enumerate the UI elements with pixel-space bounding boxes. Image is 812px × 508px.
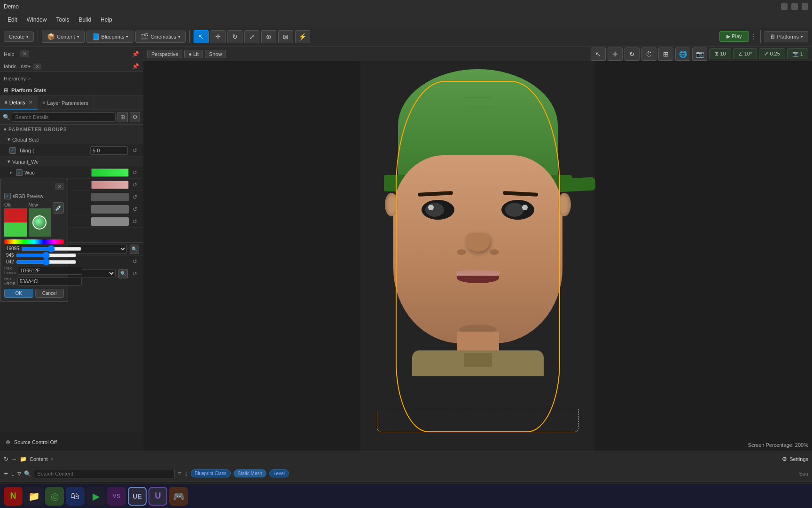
camera-vp-btn[interactable]: 📷	[692, 48, 707, 61]
platforms-button[interactable]: 🖥 Platforms ▾	[765, 31, 808, 42]
filter-blueprint-class[interactable]: Blueprint Class	[191, 469, 231, 477]
param-groups-header[interactable]: ▾ PARAMETER GROUPS	[0, 125, 143, 135]
filter-level[interactable]: Level	[269, 469, 289, 477]
transform2-tool-btn[interactable]: ⊠	[278, 30, 293, 43]
color-swatch-gray1[interactable]	[91, 193, 129, 201]
rotate-tool-btn[interactable]: ↻	[227, 30, 242, 43]
cb-filter-btn[interactable]: ▿	[17, 469, 21, 478]
global-scal-header[interactable]: ▾ Global Scal	[0, 135, 143, 144]
files-taskbar-icon[interactable]: 📁	[24, 487, 43, 506]
cb-sort-icon[interactable]: ↕	[185, 470, 188, 477]
cp-hex-linear-input[interactable]	[18, 267, 82, 275]
play-button[interactable]: ▶ Play	[719, 31, 749, 42]
menu-tools[interactable]: Tools	[52, 15, 73, 24]
realtime-vp-btn[interactable]: ⏱	[641, 48, 656, 61]
cp-hue-bar[interactable]	[4, 239, 64, 244]
game-taskbar-icon[interactable]: 🎮	[169, 487, 188, 506]
world-vp-btn[interactable]: 🌐	[675, 48, 690, 61]
cb-forward-btn[interactable]: →	[11, 456, 17, 462]
maximize-btn[interactable]	[791, 3, 798, 10]
nvidia-taskbar-icon[interactable]: N	[4, 487, 23, 506]
cb-back-btn[interactable]: ↻	[4, 456, 8, 462]
grid-vp-btn[interactable]: ⊞	[658, 48, 673, 61]
menu-window[interactable]: Window	[23, 15, 51, 24]
ue2-taskbar-icon[interactable]: U	[148, 487, 167, 506]
material-slot-2-reset-btn[interactable]: ↺	[131, 270, 139, 278]
tab-layer-parameters[interactable]: ≡ Layer Parameters	[38, 96, 93, 110]
store-taskbar-icon[interactable]: 🛍	[66, 487, 85, 506]
cp-g-slider[interactable]	[16, 254, 77, 257]
cp-hex-srgb-input[interactable]	[17, 278, 82, 286]
cinematics-button[interactable]: 🎬 Cinematics ▾	[135, 31, 185, 43]
cb-add-btn[interactable]: +	[4, 469, 8, 478]
grid-size-btn[interactable]: ⊞ 10	[709, 48, 731, 59]
move-tool-btn[interactable]: ✛	[211, 30, 226, 43]
cp-new-color[interactable]	[29, 208, 51, 237]
tiling-reset-btn[interactable]: ↺	[131, 146, 139, 155]
filter-static-mesh[interactable]: Static Mesh	[234, 469, 266, 477]
extra-reset-btn1[interactable]: ↺	[131, 193, 139, 201]
extra-reset-btn2[interactable]: ↺	[131, 205, 139, 214]
cb-import-btn[interactable]: ↓	[11, 469, 15, 478]
extra-reset-btn3[interactable]: ↺	[131, 217, 139, 226]
angle-snap-btn[interactable]: ∠ 10°	[733, 48, 757, 59]
tab-details-close[interactable]: ✕	[29, 100, 32, 105]
ue-taskbar-icon[interactable]: UE	[128, 487, 147, 506]
woc1-color-swatch[interactable]	[91, 168, 129, 177]
woc1-reset-btn[interactable]: ↺	[131, 168, 139, 177]
close-btn[interactable]	[802, 3, 808, 10]
show-btn[interactable]: Show	[205, 50, 226, 58]
cp-old-red-swatch[interactable]	[4, 208, 27, 222]
cp-cancel-btn[interactable]: Cancel	[35, 289, 64, 298]
cp-b-slider[interactable]	[16, 260, 77, 264]
cp-srgb-checkbox[interactable]	[4, 193, 11, 199]
play-options-btn[interactable]: ⋮	[751, 33, 757, 40]
blueprints-button[interactable]: 📘 Blueprints ▾	[86, 31, 134, 43]
select-tool-btn[interactable]: ↖	[194, 30, 209, 43]
cp-ok-btn[interactable]: OK	[4, 289, 33, 298]
woc2-reset-btn[interactable]: ↺	[131, 181, 139, 189]
refresh-vp-btn[interactable]: ↻	[625, 48, 640, 61]
tiling-checkbox[interactable]	[9, 147, 16, 154]
woc1-checkbox[interactable]	[16, 169, 23, 176]
vs-taskbar-icon[interactable]: VS	[107, 487, 126, 506]
variant-wc-header[interactable]: ▾ Variant_Wc	[0, 157, 143, 167]
media-taskbar-icon[interactable]: ▶	[86, 487, 105, 506]
viewport[interactable]: Screen Percentage: 200%	[143, 61, 812, 452]
color-swatch-gray2[interactable]	[91, 205, 129, 214]
lit-btn[interactable]: ● Lit	[184, 50, 203, 58]
camera-speed-btn[interactable]: 📷 1	[787, 48, 808, 59]
snap-tool-btn[interactable]: ⚡	[295, 30, 310, 43]
color-swatch-gray3[interactable]	[91, 217, 129, 226]
scale-tool-btn[interactable]: ⤢	[244, 30, 259, 43]
cb-source-label[interactable]: Sou	[799, 471, 808, 476]
fabric-inst-close[interactable]: ✕	[33, 64, 41, 70]
cp-close-btn[interactable]: ✕	[55, 183, 64, 190]
details-settings-btn[interactable]: ⚙	[130, 112, 140, 122]
cursor-vp-btn[interactable]: ↖	[591, 48, 606, 61]
woc2-color-swatch[interactable]	[91, 181, 129, 189]
woc1-expand[interactable]: ▸	[8, 170, 14, 175]
transform-tool-btn[interactable]: ⊕	[261, 30, 276, 43]
scale-snap-btn[interactable]: ⤢ 0.25	[759, 48, 785, 59]
menu-help[interactable]: Help	[97, 15, 116, 24]
tab-close-btn[interactable]: ✕	[20, 50, 29, 57]
cb-search-input[interactable]	[34, 469, 175, 478]
details-grid-btn[interactable]: ⊞	[117, 112, 128, 122]
cp-r-slider[interactable]	[21, 247, 82, 251]
perspective-btn[interactable]: Perspective	[147, 50, 182, 58]
cp-old-green-swatch[interactable]	[4, 222, 27, 237]
create-button[interactable]: Create ▾	[4, 32, 34, 42]
material-slot-1-search-btn[interactable]: 🔍	[130, 245, 139, 254]
chrome-taskbar-icon[interactable]: ◎	[45, 487, 64, 506]
move-vp-btn[interactable]: ✛	[608, 48, 623, 61]
cp-eyedropper-btn[interactable]: 💉	[53, 202, 64, 214]
tab-details[interactable]: ≡ Details ✕	[0, 96, 38, 110]
content-button[interactable]: 📦 Content ▾	[42, 31, 85, 43]
material-reset-btn[interactable]: ↺	[131, 257, 139, 266]
minimize-btn[interactable]	[781, 3, 788, 10]
search-details-input[interactable]	[12, 112, 116, 122]
cb-filter-icon[interactable]: ≡	[178, 470, 181, 477]
menu-edit[interactable]: Edit	[4, 15, 21, 24]
menu-build[interactable]: Build	[75, 15, 95, 24]
